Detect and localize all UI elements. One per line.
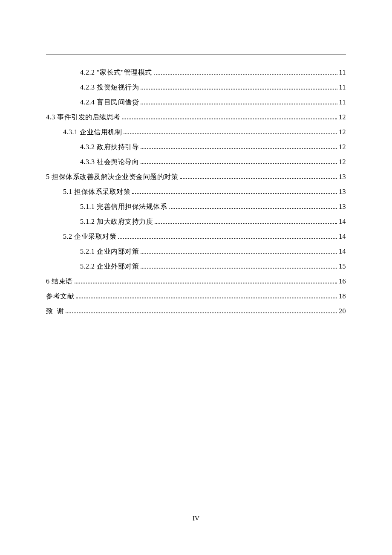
toc-entry-label: 5.2.2 企业外部对策 (80, 263, 139, 270)
toc-entry: 5.2.2 企业外部对策15 (46, 263, 346, 270)
toc-leader-dots (75, 283, 337, 283)
toc-entry-label: 4.3.3 社会舆论导向 (80, 159, 139, 165)
toc-entry-page: 12 (339, 114, 346, 121)
toc-entry-page: 11 (339, 69, 346, 76)
toc-entry-label: 参考文献 (46, 293, 74, 300)
toc-entry-page: 20 (339, 308, 346, 315)
table-of-contents: 4.2.2 "家长式"管理模式114.2.3 投资短视行为114.2.4 盲目民… (46, 69, 346, 315)
toc-entry-label: 5.2.1 企业内部对策 (80, 248, 139, 255)
toc-entry-label: 5.1.1 完善信用担保法规体系 (80, 203, 167, 210)
toc-entry-page: 13 (339, 203, 346, 210)
toc-entry-label: 4.2.3 投资短视行为 (80, 84, 139, 91)
toc-entry: 4.3 事件引发的后续思考12 (46, 114, 346, 121)
toc-entry-page: 18 (339, 293, 346, 300)
toc-entry-label: 4.3.1 企业信用机制 (63, 129, 122, 136)
toc-leader-dots (124, 133, 337, 134)
toc-entry-page: 13 (339, 173, 346, 180)
toc-entry-page: 12 (339, 159, 346, 165)
toc-leader-dots (66, 312, 337, 313)
toc-entry-page: 14 (339, 218, 346, 225)
toc-entry-label: 4.3 事件引发的后续思考 (46, 114, 121, 121)
toc-entry-page: 14 (339, 248, 346, 255)
toc-entry-page: 12 (339, 129, 346, 136)
toc-entry-page: 11 (339, 99, 346, 106)
toc-leader-dots (155, 223, 337, 224)
toc-entry: 4.3.3 社会舆论导向12 (46, 159, 346, 165)
toc-leader-dots (141, 163, 337, 164)
toc-leader-dots (118, 238, 337, 239)
toc-entry-page: 12 (339, 144, 346, 150)
toc-leader-dots (169, 208, 337, 209)
toc-entry-page: 15 (339, 263, 346, 270)
toc-leader-dots (141, 253, 337, 254)
toc-entry-label: 致 谢 (46, 308, 64, 315)
toc-entry-label: 4.3.2 政府扶持引导 (80, 144, 139, 150)
toc-entry: 5.1.2 加大政府支持力度14 (46, 218, 346, 225)
toc-entry: 5.2.1 企业内部对策14 (46, 248, 346, 255)
toc-leader-dots (76, 298, 337, 298)
toc-leader-dots (141, 148, 337, 149)
page-number: IV (0, 515, 392, 522)
toc-entry: 参考文献18 (46, 293, 346, 300)
toc-entry: 6 结束语16 (46, 278, 346, 285)
toc-leader-dots (122, 119, 337, 119)
toc-entry: 4.3.1 企业信用机制12 (46, 129, 346, 136)
toc-entry-label: 5.1 担保体系采取对策 (63, 188, 130, 195)
toc-leader-dots (180, 178, 337, 179)
toc-entry-label: 6 结束语 (46, 278, 73, 285)
toc-entry-label: 4.2.4 盲目民间借贷 (80, 99, 139, 106)
toc-entry-label: 5.1.2 加大政府支持力度 (80, 218, 153, 225)
toc-entry-page: 11 (339, 84, 346, 91)
toc-entry-page: 16 (339, 278, 346, 285)
toc-leader-dots (141, 104, 337, 104)
toc-leader-dots (132, 193, 337, 194)
toc-entry: 5 担保体系改善及解决企业资金问题的对策13 (46, 173, 346, 180)
toc-leader-dots (141, 268, 337, 269)
toc-entry: 4.2.4 盲目民间借贷11 (46, 99, 346, 106)
toc-entry: 4.3.2 政府扶持引导12 (46, 144, 346, 150)
toc-leader-dots (154, 74, 337, 75)
toc-entry-label: 5 担保体系改善及解决企业资金问题的对策 (46, 173, 178, 180)
toc-entry: 5.1.1 完善信用担保法规体系13 (46, 203, 346, 210)
toc-entry-label: 4.2.2 "家长式"管理模式 (80, 69, 152, 76)
toc-entry-page: 13 (339, 188, 346, 195)
toc-entry: 4.2.3 投资短视行为11 (46, 84, 346, 91)
toc-entry: 4.2.2 "家长式"管理模式11 (46, 69, 346, 76)
toc-entry-label: 5.2 企业采取对策 (63, 233, 116, 240)
toc-entry-page: 14 (339, 233, 346, 240)
page-content: 4.2.2 "家长式"管理模式114.2.3 投资短视行为114.2.4 盲目民… (46, 55, 346, 323)
toc-entry: 致 谢20 (46, 308, 346, 315)
toc-leader-dots (141, 89, 337, 90)
toc-entry: 5.1 担保体系采取对策13 (46, 188, 346, 195)
toc-entry: 5.2 企业采取对策14 (46, 233, 346, 240)
